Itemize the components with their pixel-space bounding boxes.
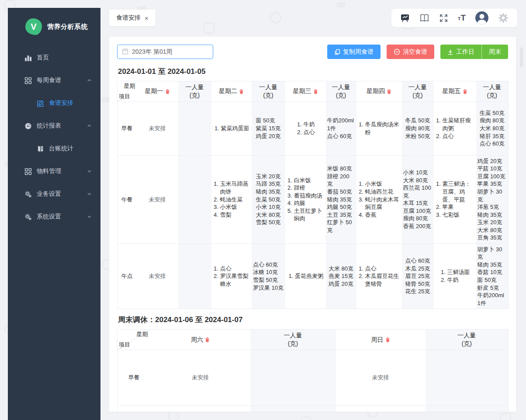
- amount-line: 雪梨 50克: [253, 276, 284, 284]
- amount-line: 洋葱 5克: [478, 203, 507, 211]
- day-header: 星期二: [211, 81, 252, 102]
- sidebar-item-0[interactable]: 首页: [8, 46, 100, 69]
- dish-cell[interactable]: 未安排: [137, 101, 178, 155]
- download-icon: [447, 49, 453, 55]
- amount-line: 猪骨 50克: [405, 280, 430, 288]
- dish-cell[interactable]: 未安排: [137, 243, 178, 309]
- dish-cell[interactable]: 小米饭蚝油西兰花蚝汁肉末木耳焖豆腐香蕉: [356, 155, 402, 243]
- sidebar-item-3[interactable]: 统计报表: [8, 115, 100, 137]
- ledger-icon: [37, 145, 44, 153]
- amount-line: 胡萝卜 30克: [478, 246, 507, 261]
- dish-item: 蚝汁肉末木耳焖豆腐: [365, 196, 401, 211]
- amount-cell[interactable]: 小米 10克大米 80克西兰花 100克木耳 15克豆腐 100克瘦肉 80克香…: [402, 155, 434, 243]
- amount-cell[interactable]: 点心 60克木瓜 25克眉豆 25克猪骨 50克花生 25克: [402, 243, 434, 309]
- amount-cell[interactable]: [178, 155, 211, 243]
- meal-label: 午餐: [118, 155, 137, 243]
- amount-cell[interactable]: [250, 350, 336, 405]
- weekday-table: 星期项目星期一一人量(克)星期二一人量(克)星期三一人量(克)星期四一人量(克)…: [117, 81, 509, 309]
- vertical-scrollbar-thumb[interactable]: [520, 47, 523, 67]
- amount-line: 冰糖 10克: [253, 268, 284, 276]
- amount-cell[interactable]: 牛奶200ml 1件点心 60克: [326, 101, 356, 155]
- sidebar-item-6[interactable]: 业务设置: [8, 183, 100, 205]
- delete-day-button[interactable]: [387, 89, 391, 94]
- clear-menu-button[interactable]: 清空食谱: [387, 45, 434, 59]
- qty-header: 一人量(克): [250, 330, 336, 350]
- amount-cell[interactable]: 冬瓜 50克瘦肉 80克米粉 50克: [402, 101, 434, 155]
- tab-close-icon[interactable]: ×: [145, 14, 149, 22]
- corner-week-label: 星期: [137, 330, 148, 338]
- amount-cell[interactable]: [426, 405, 509, 412]
- delete-day-button[interactable]: [463, 89, 467, 94]
- amount-cell[interactable]: 玉米 20克马蹄 35克猪肉 35克生菜 50克小米 10克大米 80克雪梨 5…: [252, 155, 285, 243]
- week-picker-input[interactable]: 2023年 第01周: [117, 45, 213, 59]
- amount-line: 木瓜 25克: [405, 265, 430, 273]
- sidebar-item-label: 物料管理: [37, 167, 61, 175]
- amount-line: 猪肉 35克: [256, 188, 280, 196]
- day-header: 星期一: [137, 81, 178, 102]
- sidebar-item-2[interactable]: 食谱安排: [8, 92, 100, 115]
- qty-header: 一人量(克): [326, 81, 356, 102]
- amount-line: 平菇 10克: [478, 165, 507, 173]
- dish-cell[interactable]: 未安排: [336, 350, 426, 405]
- amount-cell[interactable]: 米饭 80克甜橙 200克番茄 50克猪肉 35克鸡腿 50克土豆 35克红萝卜…: [326, 155, 356, 243]
- dish-cell[interactable]: 点心罗汉果雪梨糖水: [211, 243, 252, 309]
- sidebar-item-7[interactable]: 系统设置: [8, 205, 100, 228]
- dish-cell[interactable]: 未安排: [151, 405, 250, 412]
- fullscreen-icon[interactable]: [439, 14, 448, 23]
- dish-cell[interactable]: 未安排: [336, 405, 426, 412]
- font-size-icon[interactable]: тT: [458, 13, 466, 23]
- amount-cell[interactable]: 面 50克紫菜 15克鸡蛋 20克: [252, 101, 285, 155]
- dish-cell[interactable]: 未安排: [137, 155, 178, 243]
- settings-gear-icon[interactable]: [498, 13, 509, 23]
- user-avatar-icon[interactable]: [475, 11, 488, 24]
- amount-line: 玉米 20克: [478, 219, 507, 226]
- delete-day-button[interactable]: [239, 89, 244, 94]
- amount-cell[interactable]: 鸡蛋 20克平菇 10克豆腐 100克苹果 35克胡萝卜 30克洋葱 5克猪肉 …: [476, 155, 509, 243]
- dish-cell[interactable]: 蛋花燕麦粥: [285, 243, 326, 309]
- dish-item: 甜橙: [294, 184, 325, 192]
- copy-week-menu-button[interactable]: 复制周食谱: [327, 45, 381, 59]
- week-range-title: 2024-01-01 至 2024-01-05: [118, 66, 508, 76]
- dish-cell[interactable]: 素三鲜汤：豆腐、鸡蛋、平菇苹果七彩饭: [434, 155, 476, 243]
- sidebar-item-4[interactable]: 台账统计: [8, 137, 100, 160]
- amount-cell[interactable]: [426, 350, 509, 405]
- amount-cell[interactable]: [178, 243, 211, 309]
- presentation-board-icon[interactable]: [400, 13, 410, 23]
- dish-cell[interactable]: 冬瓜瘦肉汤米粉: [356, 101, 402, 155]
- amount-cell[interactable]: 点心 60克冰糖 10克雪梨 50克罗汉果 10克: [252, 243, 285, 309]
- delete-day-button[interactable]: [165, 89, 170, 94]
- dish-cell[interactable]: 生菜猪肝瘦肉粥点心: [434, 101, 476, 155]
- amount-line: 猪肉 35克: [478, 261, 507, 269]
- amount-line: 米饭 80克: [327, 165, 355, 173]
- meal-label: 午餐: [118, 405, 151, 412]
- amount-cell[interactable]: 生菜 50克瘦肉 80克大米 80克猪肝 35克点心 60克: [476, 101, 509, 155]
- amount-cell[interactable]: [178, 101, 211, 155]
- amount-cell[interactable]: 胡萝卜 30克猪肉 35克香菇 10克面 50克虾皮 5克牛奶200ml 1件: [476, 243, 509, 309]
- dish-cell[interactable]: 白米饭甜橙番茄瘦肉汤鸡腿土豆红萝卜焖肉: [285, 155, 326, 243]
- sidebar-item-1[interactable]: 每周食谱: [8, 69, 100, 92]
- unscheduled-label: 未安排: [149, 273, 166, 279]
- export-workday-button[interactable]: 工作日: [440, 45, 482, 59]
- watermark-shape: [500, 413, 511, 420]
- delete-day-button[interactable]: [313, 89, 318, 94]
- edit-icon: [37, 100, 44, 107]
- dish-cell[interactable]: 三鲜汤面牛奶: [434, 243, 476, 309]
- corner-header-cell: 星期项目: [118, 81, 137, 102]
- dish-cell[interactable]: 牛奶点心: [285, 101, 326, 155]
- amount-line: 眉豆 25克: [405, 272, 430, 280]
- export-weekend-button[interactable]: 周末: [482, 45, 508, 59]
- dish-cell[interactable]: 点心木瓜眉豆花生煲猪骨: [356, 243, 402, 309]
- delete-day-button[interactable]: [205, 337, 210, 342]
- tab-recipe-schedule[interactable]: 食谱安排 ×: [109, 10, 156, 26]
- dish-cell[interactable]: 未安排: [151, 350, 250, 405]
- main-content: 2023年 第01周 复制周食谱 清空食谱 工作日 周末 2024-01-01 …: [109, 37, 516, 412]
- amount-cell[interactable]: 大米 80克燕麦 15克鸡蛋 20克: [326, 243, 356, 309]
- amount-cell[interactable]: [250, 405, 336, 412]
- dish-cell[interactable]: 玉米马蹄蒸肉饼蚝油生菜小米饭雪梨: [211, 155, 252, 243]
- delete-day-button[interactable]: [385, 337, 390, 342]
- unscheduled-label: 未安排: [372, 374, 389, 381]
- dish-cell[interactable]: 紫菜鸡蛋面: [211, 101, 252, 155]
- dish-item: 三鲜汤面: [447, 268, 470, 276]
- book-icon[interactable]: [419, 13, 429, 23]
- sidebar-item-5[interactable]: 物料管理: [8, 160, 100, 183]
